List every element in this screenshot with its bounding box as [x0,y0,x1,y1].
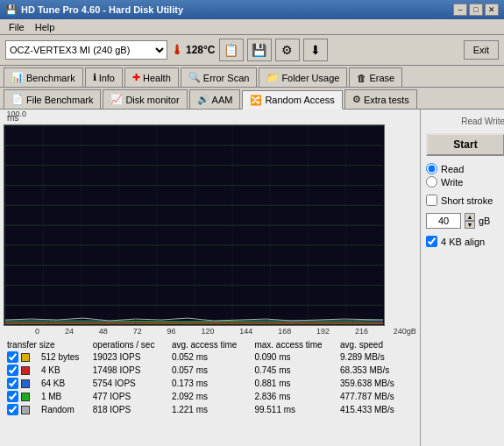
write-radio-label[interactable]: Write [426,176,504,188]
start-button[interactable]: Start [426,133,504,156]
temperature-display: 🌡 128°C [171,43,216,57]
legend-max-access: 0.745 ms [251,364,337,377]
tab-row-1: 📊Benchmark ℹInfo ✚Health 🔍Error Scan 📁Fo… [0,66,504,88]
aam-icon: 🔊 [197,94,209,105]
benchmark-chart [4,124,385,326]
menu-help[interactable]: Help [30,21,60,33]
info-icon: ℹ [93,72,96,83]
legend-max-access: 2.836 ms [251,390,337,403]
tab-aam[interactable]: 🔊AAM [189,89,241,109]
legend-avg-access: 0.052 ms [168,350,252,364]
legend-size: Random [38,403,89,416]
col-max-access: max. access time [251,339,337,350]
random-access-icon: 🔀 [250,95,262,106]
col-transfer-size: transfer size [4,339,89,350]
tab-random-access[interactable]: 🔀Random Access [242,90,342,110]
four-kb-align-checkbox[interactable] [426,236,437,247]
legend-avg-speed: 359.638 MB/s [337,377,407,390]
legend-size: 4 KB [38,364,89,377]
tab-error-scan[interactable]: 🔍Error Scan [181,67,258,87]
legend-table: transfer size operations / sec avg. acce… [4,339,407,416]
chart-area: ms 100.0 90.0 80.0 70.0 60.0 50.0 40.0 3… [0,110,420,446]
spin-buttons: ▲ ▼ [465,213,475,229]
legend-color-box [21,366,30,375]
x-axis: 0 24 48 72 96 120 144 168 192 216 240gB [4,327,416,336]
table-row: 64 KB 5754 IOPS 0.173 ms 0.881 ms 359.63… [4,377,407,390]
legend-checkbox-1[interactable] [7,365,18,376]
read-radio[interactable] [426,163,437,174]
file-benchmark-icon: 📄 [11,94,24,105]
size-spinbox[interactable] [426,213,461,229]
tab-erase[interactable]: 🗑Erase [349,67,402,87]
legend-color-box [21,379,30,388]
legend-max-access: 0.881 ms [251,377,337,390]
short-stroke-checkbox[interactable] [426,195,437,206]
health-icon: ✚ [132,72,140,83]
tab-info[interactable]: ℹInfo [85,67,123,87]
settings-button[interactable]: ⚙ [275,39,300,61]
legend-ops: 477 IOPS [89,390,168,403]
benchmark-icon: 📊 [11,72,24,83]
table-row: 1 MB 477 IOPS 2.092 ms 2.836 ms 477.787 … [4,390,407,403]
tab-health[interactable]: ✚Health [124,67,179,87]
col-ops: operations / sec [89,339,168,350]
legend-ops: 5754 IOPS [89,377,168,390]
col-avg-access: avg. access time [168,339,252,350]
legend-avg-speed: 477.787 MB/s [337,390,407,403]
legend-ops: 818 IOPS [89,403,168,416]
extra-tests-icon: ⚙ [352,94,361,105]
legend-size: 1 MB [38,390,89,403]
col-avg-speed: avg. speed [337,339,407,350]
table-row: 4 KB 17498 IOPS 0.057 ms 0.745 ms 68.353… [4,364,407,377]
drive-select[interactable]: OCZ-VERTEX3 MI (240 gB) [5,40,167,60]
tab-extra-tests[interactable]: ⚙Extra tests [344,89,417,109]
read-radio-label[interactable]: Read [426,163,504,174]
exit-button[interactable]: Exit [464,40,499,60]
tab-disk-monitor[interactable]: 📈Disk monitor [103,89,187,109]
legend-checkbox-0[interactable] [7,351,18,363]
download-button[interactable]: ⬇ [303,39,328,61]
error-scan-icon: 🔍 [188,72,201,83]
legend-size: 512 bytes [38,350,89,364]
menu-file[interactable]: File [4,21,30,33]
spinbox-row: ▲ ▼ gB [426,213,504,229]
close-button[interactable]: ✕ [485,4,499,16]
maximize-button[interactable]: □ [469,4,483,16]
tab-row-2: 📄File Benchmark 📈Disk monitor 🔊AAM 🔀Rand… [0,88,504,110]
spin-up-button[interactable]: ▲ [465,213,475,221]
disk-monitor-icon: 📈 [110,94,123,105]
spin-down-button[interactable]: ▼ [465,221,475,229]
short-stroke-label[interactable]: Short stroke [426,195,504,206]
save-button[interactable]: 💾 [247,39,272,61]
menu-bar: File Help [0,19,504,35]
thermometer-icon: 🌡 [171,43,183,57]
legend-avg-access: 2.092 ms [168,390,252,403]
legend-avg-access: 0.173 ms [168,377,252,390]
title-bar: 💾 HD Tune Pro 4.60 - Hard Disk Utility –… [0,0,504,19]
legend-color-box [21,406,30,414]
tab-file-benchmark[interactable]: 📄File Benchmark [4,89,101,109]
copy-button[interactable]: 📋 [219,39,244,61]
legend-ops: 17498 IOPS [89,364,168,377]
read-write-header: Read Write [426,117,504,126]
legend-checkbox-3[interactable] [7,391,18,402]
tab-benchmark[interactable]: 📊Benchmark [4,67,83,87]
legend-color-box [21,393,30,401]
app-title: HD Tune Pro 4.60 - Hard Disk Utility [21,4,183,15]
mode-radio-group: Read Write [426,163,504,188]
legend-avg-speed: 415.433 MB/s [337,403,407,416]
tab-folder-usage[interactable]: 📁Folder Usage [259,67,347,87]
toolbar: OCZ-VERTEX3 MI (240 gB) 🌡 128°C 📋 💾 ⚙ ⬇ … [0,35,504,66]
legend-avg-speed: 68.353 MB/s [337,364,407,377]
table-row: Random 818 IOPS 1.221 ms 99.511 ms 415.4… [4,403,407,416]
legend-avg-access: 0.057 ms [168,364,252,377]
four-kb-align-label[interactable]: 4 KB align [426,236,504,247]
write-radio[interactable] [426,176,437,188]
legend-ops: 19023 IOPS [89,350,168,364]
erase-icon: 🗑 [357,73,366,83]
minimize-button[interactable]: – [453,4,467,16]
legend-checkbox-2[interactable] [7,378,18,389]
right-panel: Read Write Start Read Write Short stroke… [420,110,504,446]
legend-checkbox-4[interactable] [7,404,18,415]
spinbox-unit: gB [479,216,490,226]
